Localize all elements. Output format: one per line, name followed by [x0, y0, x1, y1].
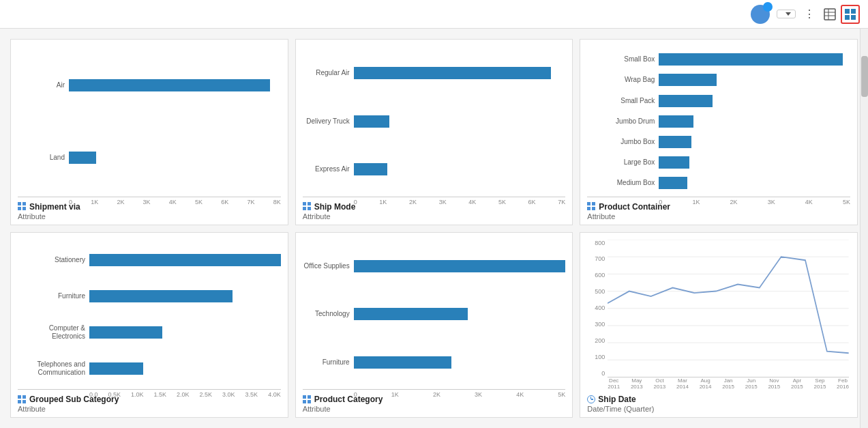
svg-rect-15	[308, 207, 311, 210]
bar-row: Express Air	[303, 160, 566, 179]
chart-subtitle: Attribute	[303, 212, 566, 220]
x-axis: 0.00.5K1.0K1.5K2.0K2.5K3.0K3.5K4.0K	[18, 389, 281, 398]
table-view-button[interactable]	[820, 5, 839, 24]
bar-row: Delivery Truck	[303, 112, 566, 131]
x-tick: 1K	[379, 199, 387, 205]
bar-row: Regular Air	[303, 63, 566, 83]
bar-row: Jumbo Box	[587, 132, 850, 152]
x-tick: 2K	[730, 199, 738, 205]
scrollbar[interactable]	[860, 29, 868, 428]
bar-label: Jumbo Box	[587, 138, 659, 146]
x-tick: 3K	[439, 199, 447, 205]
kebab-menu-button[interactable]: ⋮	[800, 5, 819, 24]
svg-rect-19	[592, 207, 595, 210]
dashboard-grid: Air Land 01K2K3K4K5K6K7K8K	[0, 29, 868, 428]
x-tick: 3K	[475, 391, 482, 398]
avatar-badge	[763, 2, 773, 12]
bar-label: Wrap Bag	[587, 76, 659, 84]
chart-subtitle: Attribute	[18, 405, 281, 413]
x-tick: 4.0K	[268, 391, 281, 398]
bar-track	[354, 308, 566, 320]
chart-area: Air Land 01K2K3K4K5K6K7K8K	[18, 46, 281, 197]
bar-label: Regular Air	[303, 69, 354, 77]
x-tick: Sep2015	[814, 377, 826, 389]
chart-subtitle: Date/Time (Quarter)	[587, 405, 850, 413]
bar-label: Medium Box	[587, 179, 659, 187]
bar-track	[659, 53, 850, 66]
grid-icon	[844, 8, 856, 20]
bar-label: Stationery	[18, 256, 89, 264]
svg-rect-26	[303, 400, 306, 403]
chart-title: Ship Date	[598, 395, 635, 404]
chart-card-product-category: Office Supplies Technology Furniture	[295, 232, 573, 418]
x-tick: 1K	[391, 391, 399, 398]
y-tick: 300	[587, 321, 605, 328]
x-tick: Jun2015	[745, 377, 758, 389]
bar-fill	[659, 156, 689, 169]
chart-title-row: Ship Date	[587, 395, 850, 404]
bar-row: Telephones andCommunication	[18, 359, 281, 378]
x-tick: 0	[659, 199, 662, 205]
bar-label: Furniture	[18, 292, 89, 300]
x-tick: 4K	[169, 199, 177, 205]
chart-subtitle: Attribute	[18, 212, 281, 220]
bar-label: Jumbo Drum	[587, 117, 659, 126]
svg-rect-14	[303, 207, 306, 210]
bar-row: Jumbo Drum	[587, 112, 850, 131]
chart-area: Stationery Furniture Computer & Electron…	[18, 240, 281, 390]
x-tick: 1.5K	[154, 391, 167, 398]
bar-track	[659, 177, 850, 189]
toolbar: ⋮	[0, 0, 868, 29]
svg-rect-23	[23, 400, 26, 403]
x-tick: 2.0K	[177, 391, 190, 398]
chart-card-ship-date: 0100200300400500600700800 Dec2011May2013…	[580, 232, 858, 418]
bar-chart-inner: Office Supplies Technology Furniture	[303, 240, 566, 390]
chart-card-product-container: Small Box Wrap Bag Small Pack	[580, 39, 858, 225]
bar-fill	[354, 163, 388, 175]
bar-label: Furniture	[303, 358, 354, 367]
bar-label: Land	[18, 154, 69, 162]
chart-area: Office Supplies Technology Furniture	[303, 240, 566, 390]
summarize-dropdown[interactable]	[777, 10, 796, 18]
bar-row: Medium Box	[587, 173, 850, 192]
y-tick: 100	[587, 354, 605, 360]
x-tick: 5K	[195, 199, 203, 205]
x-tick: 0	[354, 391, 357, 398]
chart-subtitle: Attribute	[303, 405, 566, 413]
x-tick: 2K	[433, 391, 440, 398]
bar-chart-inner: Regular Air Delivery Truck Express Air	[303, 46, 566, 197]
bar-label: Large Box	[587, 158, 659, 167]
x-tick: 1.0K	[131, 391, 144, 398]
chart-subtitle: Attribute	[587, 212, 850, 220]
bar-row: Small Box	[587, 50, 850, 69]
y-tick: 800	[587, 240, 605, 246]
bar-row: Technology	[303, 304, 566, 324]
chart-area: Regular Air Delivery Truck Express Air	[303, 46, 566, 197]
table-icon	[824, 8, 836, 20]
scrollbar-thumb[interactable]	[861, 56, 868, 97]
x-tick: Jan2015	[722, 377, 734, 389]
x-tick: 0	[354, 199, 357, 205]
bar-fill	[659, 95, 713, 107]
bar-fill	[354, 356, 451, 369]
bar-track	[659, 136, 850, 148]
x-tick: 2K	[117, 199, 124, 205]
x-axis: 01K2K3K4K5K	[587, 197, 850, 205]
bar-chart-inner: Small Box Wrap Bag Small Pack	[587, 46, 850, 197]
x-tick: 2K	[409, 199, 417, 205]
y-tick: 200	[587, 337, 605, 344]
x-tick: Feb2016	[837, 377, 849, 389]
bar-fill	[89, 326, 162, 339]
y-tick: 0	[587, 370, 605, 377]
grid-view-button[interactable]	[841, 5, 860, 24]
bar-row: Small Pack	[587, 91, 850, 111]
x-tick: Nov2015	[768, 377, 780, 389]
bar-row: Furniture	[18, 287, 281, 306]
bar-track	[89, 290, 281, 302]
bar-fill	[659, 136, 691, 148]
x-tick: Aug2014	[700, 377, 712, 389]
x-tick: 1K	[91, 199, 98, 205]
bar-track	[69, 152, 281, 164]
bar-fill	[354, 67, 551, 79]
svg-rect-18	[587, 207, 590, 210]
